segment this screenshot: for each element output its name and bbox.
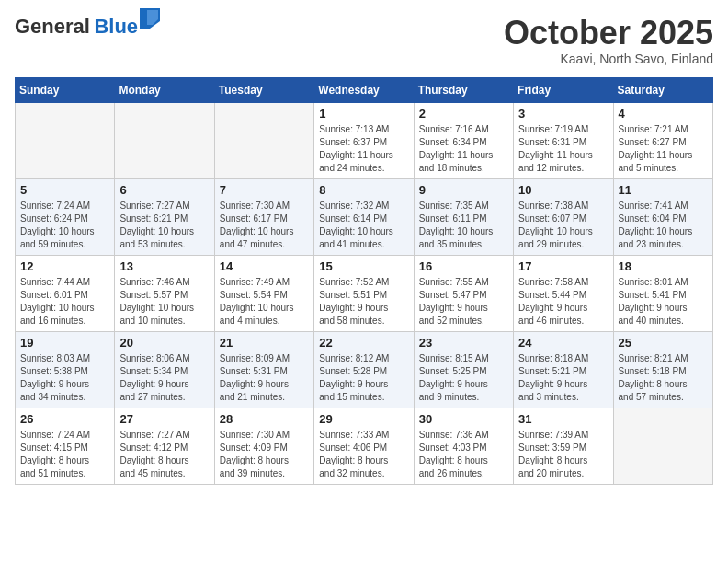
- calendar-week-row: 5Sunrise: 7:24 AM Sunset: 6:24 PM Daylig…: [16, 178, 713, 255]
- day-info: Sunrise: 7:33 AM Sunset: 4:06 PM Dayligh…: [319, 429, 408, 480]
- day-number: 16: [419, 259, 508, 273]
- day-info: Sunrise: 8:12 AM Sunset: 5:28 PM Dayligh…: [319, 352, 408, 404]
- calendar-cell: 16Sunrise: 7:55 AM Sunset: 5:47 PM Dayli…: [414, 255, 513, 331]
- calendar-cell: 1Sunrise: 7:13 AM Sunset: 6:37 PM Daylig…: [314, 102, 414, 178]
- logo-text-general: General: [15, 15, 90, 38]
- day-number: 8: [319, 183, 408, 197]
- day-info: Sunrise: 7:38 AM Sunset: 6:07 PM Dayligh…: [518, 200, 608, 251]
- calendar-cell: 30Sunrise: 7:36 AM Sunset: 4:03 PM Dayli…: [414, 408, 513, 484]
- day-number: 5: [20, 183, 109, 197]
- day-number: 4: [619, 107, 708, 121]
- day-info: Sunrise: 7:30 AM Sunset: 4:09 PM Dayligh…: [220, 429, 309, 480]
- day-number: 3: [518, 107, 608, 121]
- day-info: Sunrise: 8:18 AM Sunset: 5:21 PM Dayligh…: [518, 352, 608, 404]
- day-number: 17: [518, 259, 608, 273]
- calendar-cell: 28Sunrise: 7:30 AM Sunset: 4:09 PM Dayli…: [214, 408, 313, 484]
- calendar-cell: 27Sunrise: 7:27 AM Sunset: 4:12 PM Dayli…: [115, 408, 214, 484]
- calendar-week-row: 26Sunrise: 7:24 AM Sunset: 4:15 PM Dayli…: [16, 408, 713, 484]
- day-number: 30: [419, 412, 508, 426]
- calendar-cell: 12Sunrise: 7:44 AM Sunset: 6:01 PM Dayli…: [16, 255, 115, 331]
- day-number: 27: [119, 412, 209, 426]
- day-info: Sunrise: 7:27 AM Sunset: 6:21 PM Dayligh…: [119, 200, 209, 251]
- calendar-cell: [16, 102, 115, 178]
- day-number: 20: [119, 336, 209, 350]
- calendar-cell: 24Sunrise: 8:18 AM Sunset: 5:21 PM Dayli…: [514, 331, 613, 408]
- day-info: Sunrise: 7:52 AM Sunset: 5:51 PM Dayligh…: [319, 276, 408, 327]
- day-info: Sunrise: 7:24 AM Sunset: 4:15 PM Dayligh…: [20, 429, 109, 480]
- calendar-cell: 14Sunrise: 7:49 AM Sunset: 5:54 PM Dayli…: [214, 255, 313, 331]
- day-number: 9: [419, 183, 508, 197]
- calendar-cell: 31Sunrise: 7:39 AM Sunset: 3:59 PM Dayli…: [514, 408, 613, 484]
- calendar-cell: 5Sunrise: 7:24 AM Sunset: 6:24 PM Daylig…: [16, 178, 115, 255]
- day-number: 13: [119, 259, 209, 273]
- day-info: Sunrise: 7:27 AM Sunset: 4:12 PM Dayligh…: [119, 429, 209, 480]
- day-info: Sunrise: 7:21 AM Sunset: 6:27 PM Dayligh…: [619, 123, 708, 175]
- calendar-table: SundayMondayTuesdayWednesdayThursdayFrid…: [15, 77, 713, 485]
- calendar-cell: 26Sunrise: 7:24 AM Sunset: 4:15 PM Dayli…: [16, 408, 115, 484]
- day-info: Sunrise: 8:21 AM Sunset: 5:18 PM Dayligh…: [619, 352, 708, 404]
- weekday-header-sunday: Sunday: [16, 77, 115, 102]
- day-number: 11: [619, 183, 708, 197]
- calendar-cell: 18Sunrise: 8:01 AM Sunset: 5:41 PM Dayli…: [613, 255, 712, 331]
- calendar-cell: 15Sunrise: 7:52 AM Sunset: 5:51 PM Dayli…: [314, 255, 414, 331]
- weekday-header-row: SundayMondayTuesdayWednesdayThursdayFrid…: [16, 77, 713, 102]
- calendar-cell: 25Sunrise: 8:21 AM Sunset: 5:18 PM Dayli…: [613, 331, 712, 408]
- day-number: 31: [518, 412, 608, 426]
- day-number: 14: [220, 259, 309, 273]
- logo-text-blue: Blue: [94, 15, 138, 38]
- weekday-header-saturday: Saturday: [613, 77, 712, 102]
- calendar-cell: [613, 408, 712, 484]
- month-title: October 2025: [504, 15, 713, 52]
- calendar-cell: 9Sunrise: 7:35 AM Sunset: 6:11 PM Daylig…: [414, 178, 513, 255]
- calendar-cell: [115, 102, 214, 178]
- day-number: 24: [518, 336, 608, 350]
- calendar-week-row: 1Sunrise: 7:13 AM Sunset: 6:37 PM Daylig…: [16, 102, 713, 178]
- day-number: 28: [220, 412, 309, 426]
- day-number: 29: [319, 412, 408, 426]
- calendar-cell: 19Sunrise: 8:03 AM Sunset: 5:38 PM Dayli…: [16, 331, 115, 408]
- day-info: Sunrise: 7:36 AM Sunset: 4:03 PM Dayligh…: [419, 429, 508, 480]
- calendar-cell: 3Sunrise: 7:19 AM Sunset: 6:31 PM Daylig…: [514, 102, 613, 178]
- day-info: Sunrise: 7:24 AM Sunset: 6:24 PM Dayligh…: [20, 200, 109, 251]
- day-info: Sunrise: 7:30 AM Sunset: 6:17 PM Dayligh…: [220, 200, 309, 251]
- day-info: Sunrise: 7:41 AM Sunset: 6:04 PM Dayligh…: [619, 200, 708, 251]
- day-number: 2: [419, 107, 508, 121]
- calendar-cell: 10Sunrise: 7:38 AM Sunset: 6:07 PM Dayli…: [514, 178, 613, 255]
- day-number: 15: [319, 259, 408, 273]
- weekday-header-friday: Friday: [514, 77, 613, 102]
- calendar-cell: [214, 102, 313, 178]
- calendar-cell: 8Sunrise: 7:32 AM Sunset: 6:14 PM Daylig…: [314, 178, 414, 255]
- calendar-cell: 23Sunrise: 8:15 AM Sunset: 5:25 PM Dayli…: [414, 331, 513, 408]
- weekday-header-thursday: Thursday: [414, 77, 513, 102]
- calendar-cell: 4Sunrise: 7:21 AM Sunset: 6:27 PM Daylig…: [613, 102, 712, 178]
- day-number: 25: [619, 336, 708, 350]
- day-info: Sunrise: 8:03 AM Sunset: 5:38 PM Dayligh…: [20, 352, 109, 404]
- calendar-week-row: 19Sunrise: 8:03 AM Sunset: 5:38 PM Dayli…: [16, 331, 713, 408]
- day-info: Sunrise: 7:55 AM Sunset: 5:47 PM Dayligh…: [419, 276, 508, 327]
- day-info: Sunrise: 7:32 AM Sunset: 6:14 PM Dayligh…: [319, 200, 408, 251]
- day-info: Sunrise: 8:15 AM Sunset: 5:25 PM Dayligh…: [419, 352, 508, 404]
- day-info: Sunrise: 7:44 AM Sunset: 6:01 PM Dayligh…: [20, 276, 109, 327]
- calendar-cell: 11Sunrise: 7:41 AM Sunset: 6:04 PM Dayli…: [613, 178, 712, 255]
- day-info: Sunrise: 7:46 AM Sunset: 5:57 PM Dayligh…: [119, 276, 209, 327]
- weekday-header-wednesday: Wednesday: [314, 77, 414, 102]
- day-number: 26: [20, 412, 109, 426]
- day-info: Sunrise: 7:35 AM Sunset: 6:11 PM Dayligh…: [419, 200, 508, 251]
- day-info: Sunrise: 7:58 AM Sunset: 5:44 PM Dayligh…: [518, 276, 608, 327]
- logo: General Blue: [15, 15, 160, 39]
- calendar-cell: 21Sunrise: 8:09 AM Sunset: 5:31 PM Dayli…: [214, 331, 313, 408]
- day-number: 19: [20, 336, 109, 350]
- day-info: Sunrise: 7:13 AM Sunset: 6:37 PM Dayligh…: [319, 123, 408, 175]
- calendar-cell: 6Sunrise: 7:27 AM Sunset: 6:21 PM Daylig…: [115, 178, 214, 255]
- calendar-cell: 7Sunrise: 7:30 AM Sunset: 6:17 PM Daylig…: [214, 178, 313, 255]
- day-number: 1: [319, 107, 408, 121]
- day-number: 12: [20, 259, 109, 273]
- day-info: Sunrise: 8:01 AM Sunset: 5:41 PM Dayligh…: [619, 276, 708, 327]
- calendar-cell: 17Sunrise: 7:58 AM Sunset: 5:44 PM Dayli…: [514, 255, 613, 331]
- logo-icon: [140, 8, 160, 29]
- calendar-cell: 2Sunrise: 7:16 AM Sunset: 6:34 PM Daylig…: [414, 102, 513, 178]
- day-number: 6: [119, 183, 209, 197]
- day-number: 18: [619, 259, 708, 273]
- day-info: Sunrise: 8:09 AM Sunset: 5:31 PM Dayligh…: [220, 352, 309, 404]
- calendar-week-row: 12Sunrise: 7:44 AM Sunset: 6:01 PM Dayli…: [16, 255, 713, 331]
